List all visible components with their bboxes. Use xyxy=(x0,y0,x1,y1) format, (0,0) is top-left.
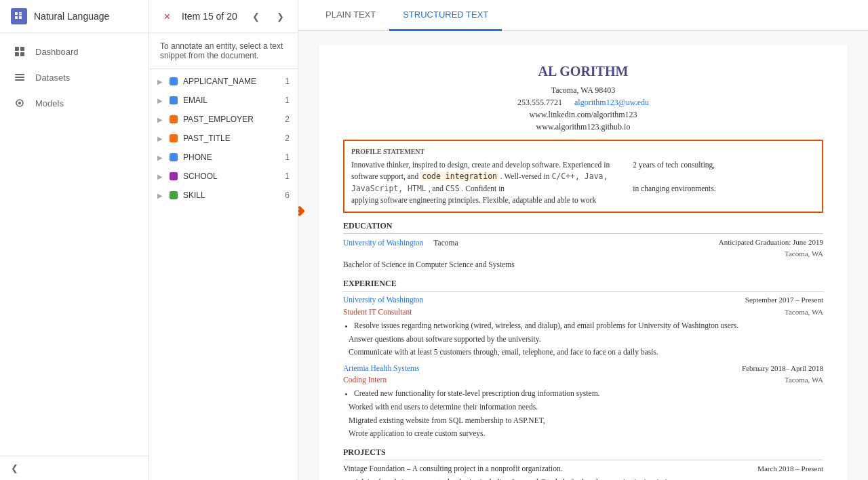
experience-label: EXPERIENCE xyxy=(343,277,823,292)
svg-rect-1 xyxy=(19,12,22,14)
profile-text6: applying software engineering principles… xyxy=(351,196,596,204)
profile-text2: software support, and xyxy=(351,172,418,180)
svg-rect-10 xyxy=(15,77,24,78)
employer2-title-row: Coding Intern Tacoma, WA xyxy=(343,374,823,386)
profile-text3: . Well-versed in xyxy=(500,172,550,180)
entity-label: APPLICANT_NAME xyxy=(183,77,279,86)
employer2-dates: February 2018– April 2018 xyxy=(742,363,823,374)
employer1-text3: Communicate with at least 5 customers th… xyxy=(349,346,823,358)
phone-text: 253.555.7721 xyxy=(517,98,562,107)
entity-count: 1 xyxy=(285,77,290,86)
entity-count: 2 xyxy=(285,134,290,143)
expand-icon: ▶ xyxy=(157,154,163,161)
entity-count: 1 xyxy=(285,96,290,105)
sidebar-item-dashboard[interactable]: Dashboard xyxy=(0,39,149,64)
entity-row-email[interactable]: ▶ EMAIL 1 xyxy=(149,91,298,110)
sidebar-item-dashboard-label: Dashboard xyxy=(35,47,79,57)
item-counter: Item 15 of 20 xyxy=(182,11,241,22)
entity-row-past-employer[interactable]: ▶ PAST_EMPLOYER 2 xyxy=(149,110,298,129)
entity-dot xyxy=(170,172,178,180)
project1-bullets: Advise foundation on new technologies in… xyxy=(343,477,823,480)
list-item: Advise foundation on new technologies in… xyxy=(354,477,823,480)
sidebar-item-datasets[interactable]: Datasets xyxy=(0,64,149,90)
sidebar-header: Natural Language xyxy=(0,0,149,33)
entity-dot xyxy=(170,77,178,85)
profile-text: Innovative thinker, inspired to design, … xyxy=(351,159,815,206)
employer2-title: Coding Intern xyxy=(343,374,387,386)
prev-item-button[interactable]: ❮ xyxy=(246,7,265,26)
sidebar-item-models[interactable]: Models xyxy=(0,90,149,116)
resume-name: AL GORITHM xyxy=(343,61,823,81)
svg-rect-9 xyxy=(15,74,24,75)
next-item-button[interactable]: ❯ xyxy=(271,7,290,26)
dashboard-icon xyxy=(14,45,26,58)
datasets-icon xyxy=(14,71,26,83)
svg-rect-5 xyxy=(15,47,19,51)
employer2-text3: Migrated existing website from SQL membe… xyxy=(349,415,823,426)
tab-structured-text[interactable]: STRUCTURED TEXT xyxy=(389,0,502,31)
entity-label: PHONE xyxy=(183,153,279,162)
document-area[interactable]: ➜ AL GORITHM Tacoma, WA 98403 253.555.77… xyxy=(298,31,868,480)
employer1-row: University of Washington September 2017 … xyxy=(343,294,823,306)
entity-row-school[interactable]: ▶ SCHOOL 1 xyxy=(149,167,298,186)
employer1-name: University of Washington xyxy=(343,294,423,306)
projects-label: PROJECTS xyxy=(343,446,823,460)
entity-row-skill[interactable]: ▶ SKILL 6 xyxy=(149,186,298,205)
employer1-title-row: Student IT Consultant Tacoma, WA xyxy=(343,306,823,318)
main-content: PLAIN TEXT STRUCTURED TEXT ➜ AL GORITHM … xyxy=(298,0,868,480)
employer2-text4: Wrote application to create custom surve… xyxy=(349,428,823,439)
education-row: University of Washington Tacoma Anticipa… xyxy=(343,237,823,259)
close-button[interactable]: ✕ xyxy=(157,7,176,26)
employer1-dates: September 2017 – Present xyxy=(745,294,823,306)
entity-list: ▶ APPLICANT_NAME 1 ▶ EMAIL 1 ▶ PAST_EMPL… xyxy=(149,69,298,207)
sidebar-item-datasets-label: Datasets xyxy=(35,73,70,83)
github-text: www.algorithm123.github.io xyxy=(536,122,631,132)
profile-code: code integration xyxy=(420,172,498,181)
employer2-name: Artemia Health Systems xyxy=(343,363,419,374)
project1-date: March 2018 – Present xyxy=(757,463,823,475)
project1-row: Vintage Foundation – A consulting projec… xyxy=(343,463,823,475)
resume-document: AL GORITHM Tacoma, WA 98403 253.555.7721… xyxy=(319,45,848,480)
expand-icon: ▶ xyxy=(157,173,163,180)
sidebar-item-models-label: Models xyxy=(35,98,64,108)
employer1-bullets: Resolve issues regarding networking (wir… xyxy=(343,320,823,332)
entity-label: SKILL xyxy=(183,191,279,200)
school-city: Tacoma, WA xyxy=(719,248,823,260)
employer2-location: Tacoma, WA xyxy=(785,374,823,386)
linkedin-text: www.linkedin.com/algorithm123 xyxy=(529,110,637,119)
profile-statement-box: PROFILE STATEMENT Innovative thinker, in… xyxy=(343,140,823,213)
svg-rect-8 xyxy=(20,52,24,56)
expand-icon: ▶ xyxy=(157,97,163,104)
employer2-bullets: Created new functionality for state-leve… xyxy=(343,388,823,399)
entity-row-applicant-name[interactable]: ▶ APPLICANT_NAME 1 xyxy=(149,72,298,91)
entity-label: PAST_TITLE xyxy=(183,134,279,143)
svg-point-13 xyxy=(18,102,21,104)
tab-bar: PLAIN TEXT STRUCTURED TEXT xyxy=(298,0,868,31)
entity-header: ✕ Item 15 of 20 ❮ ❯ xyxy=(149,0,298,33)
resume-contact: 253.555.7721 algorithm123@uw.edu xyxy=(343,96,823,108)
profile-arrow-indicator: ➜ xyxy=(298,201,305,222)
expand-icon: ▶ xyxy=(157,78,163,85)
tab-plain-text[interactable]: PLAIN TEXT xyxy=(312,0,389,31)
svg-rect-11 xyxy=(15,79,24,81)
entity-hint: To annotate an entity, select a text sni… xyxy=(149,33,298,69)
entity-count: 1 xyxy=(285,172,290,181)
employer2-row: Artemia Health Systems February 2018– Ap… xyxy=(343,363,823,374)
grad-date: Anticipated Graduation: June 2019 xyxy=(719,237,823,248)
degree-text: Bachelor of Science in Computer Science … xyxy=(343,259,823,271)
list-item: Resolve issues regarding networking (wir… xyxy=(354,320,823,332)
entity-dot xyxy=(170,191,178,199)
sidebar-collapse-button[interactable]: ❮ xyxy=(0,456,149,480)
school-location: Tacoma xyxy=(433,239,458,247)
models-icon xyxy=(14,97,26,109)
resume-address: Tacoma, WA 98403 xyxy=(343,84,823,96)
app-title: Natural Language xyxy=(34,11,109,22)
employer2-text2: Worked with end users to determine their… xyxy=(349,401,823,413)
entity-row-phone[interactable]: ▶ PHONE 1 xyxy=(149,148,298,167)
profile-label: PROFILE STATEMENT xyxy=(351,146,815,157)
entity-row-past-title[interactable]: ▶ PAST_TITLE 2 xyxy=(149,129,298,148)
entity-label: SCHOOL xyxy=(183,172,279,181)
expand-icon: ▶ xyxy=(157,116,163,123)
expand-icon: ▶ xyxy=(157,135,163,142)
employer1-text2: Answer questions about software supporte… xyxy=(349,334,823,345)
